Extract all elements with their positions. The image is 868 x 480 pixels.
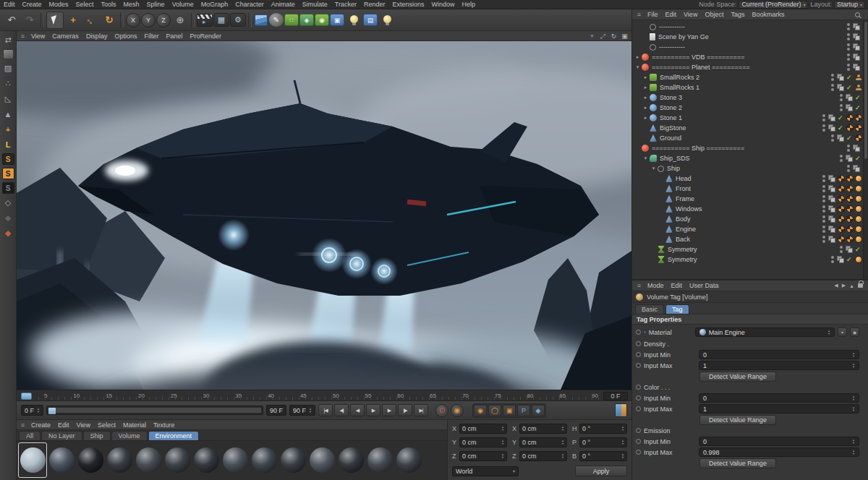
expand-toggle-icon[interactable]: ▾ xyxy=(650,166,657,171)
material-thumb[interactable] xyxy=(106,443,133,477)
coordinate-field[interactable]: 0 cm▲▼ xyxy=(519,451,567,461)
menu-item[interactable]: Help xyxy=(459,1,480,8)
attribute-menu-item[interactable]: Edit xyxy=(668,282,686,289)
material-menu-item[interactable]: Material xyxy=(119,421,150,429)
chevron-right-icon[interactable]: › xyxy=(644,329,646,335)
toolbar-separator[interactable] xyxy=(120,13,124,27)
apply-button[interactable]: Apply xyxy=(575,466,627,476)
object-type-icon[interactable] xyxy=(665,195,673,202)
ball-tag-icon[interactable] xyxy=(855,134,862,142)
material-thumb[interactable] xyxy=(48,443,75,477)
chk-tag-icon[interactable] xyxy=(855,94,862,101)
stepper-icon[interactable]: ▲▼ xyxy=(852,395,855,401)
stepper-icon[interactable]: ▲▼ xyxy=(852,352,855,358)
attribute-menu-item[interactable]: Mode xyxy=(644,282,668,289)
z-axis-lock-button[interactable]: Z xyxy=(156,13,171,27)
ball-tag-icon[interactable] xyxy=(846,195,854,202)
material-thumb[interactable] xyxy=(337,443,365,477)
parent-object-icon[interactable]: ▲ xyxy=(849,283,854,288)
layer-chip-icon[interactable] xyxy=(828,226,835,233)
toggle-view-icon[interactable]: ▣ xyxy=(619,33,630,40)
object-label[interactable]: Body xyxy=(676,215,691,223)
chk-tag-icon[interactable] xyxy=(855,104,862,111)
object-row[interactable]: Front xyxy=(632,184,862,194)
layer-chip-icon[interactable] xyxy=(853,64,860,71)
ball-tag-icon[interactable] xyxy=(846,124,854,132)
menu-item[interactable]: Select xyxy=(72,1,98,8)
object-type-icon[interactable] xyxy=(650,124,657,132)
material-picker-button[interactable]: ▾ xyxy=(838,327,847,337)
ball-tag-icon[interactable] xyxy=(838,215,845,223)
layer-chip-icon[interactable] xyxy=(828,175,835,182)
object-type-icon[interactable] xyxy=(650,104,657,111)
viewport-menu-item[interactable]: Cameras xyxy=(48,33,82,40)
render-picture-viewer-icon[interactable]: ▦ xyxy=(213,13,229,27)
anim-dot-icon[interactable] xyxy=(636,395,641,400)
object-manager-scrollbar[interactable] xyxy=(863,20,868,279)
layer-chip-icon[interactable] xyxy=(837,84,844,91)
layer-chip-icon[interactable] xyxy=(828,236,835,243)
object-type-icon[interactable] xyxy=(650,84,657,91)
object-label[interactable]: Ground xyxy=(660,134,681,142)
object-row[interactable]: ▸ ========== VDB ========== xyxy=(632,52,862,62)
object-type-icon[interactable] xyxy=(650,24,656,30)
material-menu-item[interactable]: Texture xyxy=(150,421,179,429)
ball-tag-icon[interactable] xyxy=(838,205,845,213)
material-layer-tab[interactable]: Environment xyxy=(148,431,200,440)
make-editable-icon[interactable]: ⇄ xyxy=(1,34,14,46)
scale-tool-icon[interactable]: ↔ xyxy=(79,8,103,33)
chk-tag-icon[interactable] xyxy=(846,74,854,81)
visibility-dots-icon[interactable] xyxy=(822,175,825,182)
anim-dot-icon[interactable] xyxy=(636,330,641,335)
visibility-dots-icon[interactable] xyxy=(822,215,825,223)
lock-icon[interactable] xyxy=(858,283,863,288)
stepper-icon[interactable]: ▲▼ xyxy=(852,406,855,412)
visibility-dots-icon[interactable] xyxy=(822,236,825,243)
object-manager-menu-item[interactable]: Edit xyxy=(662,11,681,18)
y-axis-lock-button[interactable]: Y xyxy=(141,13,156,27)
toolbar-separator[interactable] xyxy=(248,13,252,27)
material-thumb[interactable] xyxy=(366,443,393,477)
menu-item[interactable]: Spline xyxy=(143,1,169,8)
visibility-dots-icon[interactable] xyxy=(847,53,850,61)
attribute-tab[interactable]: Tag xyxy=(665,304,689,314)
coordinate-field[interactable]: 0 °▲▼ xyxy=(579,437,627,447)
object-type-icon[interactable] xyxy=(665,236,673,243)
detect-value-range-button[interactable]: Detect Value Range xyxy=(699,372,776,382)
object-type-icon[interactable] xyxy=(642,53,649,61)
ball-tag-icon[interactable] xyxy=(846,226,854,233)
object-row[interactable]: Symmetry xyxy=(632,254,862,265)
layer-chip-icon[interactable] xyxy=(853,53,860,61)
object-type-icon[interactable] xyxy=(650,134,657,142)
visibility-dots-icon[interactable] xyxy=(831,84,834,91)
coordinate-space-select[interactable]: World▾ xyxy=(452,466,519,476)
menu-item[interactable]: Mesh xyxy=(120,1,143,8)
input-min-field[interactable]: 0▲▼ xyxy=(699,437,859,446)
toolbar-separator[interactable] xyxy=(191,13,195,27)
visibility-dots-icon[interactable] xyxy=(831,256,834,263)
visibility-dots-icon[interactable] xyxy=(840,246,843,253)
mute-sound-button[interactable]: ∅ xyxy=(435,404,448,417)
object-manager-menu-item[interactable]: View xyxy=(680,11,701,18)
rotate-view-icon[interactable]: ↻ xyxy=(608,33,619,40)
object-type-icon[interactable] xyxy=(642,145,649,152)
ball-tag-icon[interactable] xyxy=(838,226,845,233)
material-thumb[interactable] xyxy=(192,443,220,477)
menu-item[interactable]: MoGraph xyxy=(197,1,232,8)
hamburger-icon[interactable]: ≡ xyxy=(18,33,27,40)
stepper-icon[interactable]: ▲▼ xyxy=(852,439,855,445)
orn-tag-icon[interactable] xyxy=(855,256,862,263)
model-mode-icon[interactable] xyxy=(3,49,14,59)
orn-tag-icon[interactable] xyxy=(855,205,862,213)
ball-tag-icon[interactable] xyxy=(855,124,862,132)
timeline-layout-icon[interactable] xyxy=(615,403,627,417)
layer-chip-icon[interactable] xyxy=(846,94,853,101)
visibility-dots-icon[interactable] xyxy=(847,64,850,71)
detect-value-range-button[interactable]: Detect Value Range xyxy=(699,415,776,425)
camera-icon[interactable]: ▣ xyxy=(330,14,344,26)
layer-chip-icon[interactable] xyxy=(828,185,835,192)
viewport-menu-item[interactable]: Display xyxy=(82,33,111,40)
anim-dot-icon[interactable] xyxy=(636,352,641,357)
menu-item[interactable]: Volume xyxy=(169,1,197,8)
object-label[interactable]: ========== VDB ========== xyxy=(652,53,745,61)
